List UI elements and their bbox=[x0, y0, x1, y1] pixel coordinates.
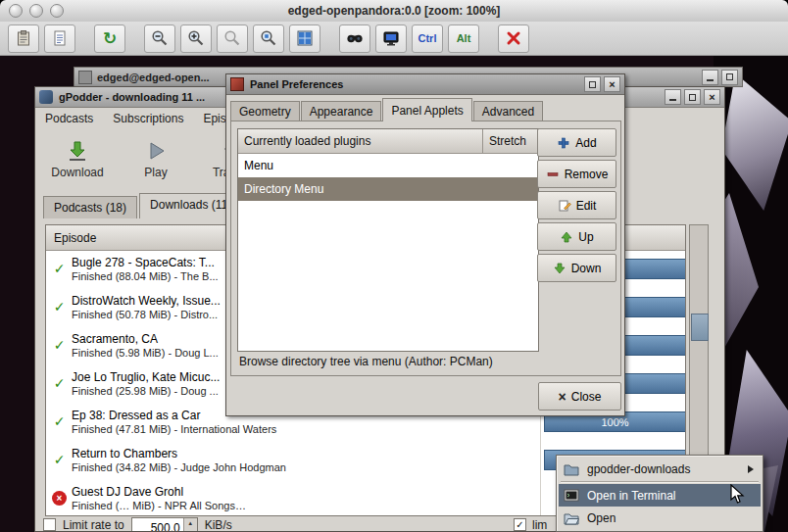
rate-spinbox[interactable]: 500.0 ▲ ▼ bbox=[131, 517, 198, 532]
episode-status: Finished (88.04 MiB) - The B... bbox=[72, 270, 219, 282]
close-label: Close bbox=[571, 390, 602, 404]
dialog-shade-button[interactable] bbox=[584, 76, 601, 92]
download-icon bbox=[66, 139, 89, 163]
add-button[interactable]: Add bbox=[537, 128, 616, 157]
play-label: Play bbox=[144, 166, 167, 179]
zoom-window-button[interactable] bbox=[50, 4, 64, 18]
rate-value[interactable]: 500.0 bbox=[132, 518, 183, 532]
episode-title: Sacramento, CA bbox=[72, 332, 158, 346]
plugin-row-directory-menu[interactable]: Directory Menu bbox=[238, 177, 538, 201]
terminal-minimize-button[interactable] bbox=[702, 70, 718, 85]
stretch-column-header[interactable]: Stretch bbox=[483, 129, 538, 154]
paste-button[interactable] bbox=[8, 24, 39, 53]
episode-title: Return to Chambers bbox=[72, 447, 177, 460]
tab-geometry[interactable]: Geometry bbox=[230, 101, 300, 121]
arrow-up-icon bbox=[560, 230, 573, 244]
menu-item-label: Open bbox=[587, 511, 616, 525]
episode-title: Ep 38: Dressed as a Car bbox=[72, 409, 200, 422]
progress-label: 100% bbox=[601, 416, 628, 428]
menu-item-open[interactable]: Open bbox=[559, 507, 761, 529]
close-icon: × bbox=[709, 92, 714, 103]
down-button[interactable]: Down bbox=[537, 254, 616, 282]
zoom-fit-button[interactable] bbox=[253, 24, 284, 53]
play-button[interactable]: Play bbox=[123, 133, 188, 184]
minus-icon bbox=[546, 168, 560, 181]
menu-item-gpodder-downloads[interactable]: gpodder-downloads bbox=[559, 458, 761, 480]
ctrl-key-button[interactable]: Ctrl bbox=[412, 24, 443, 53]
remove-button[interactable]: Remove bbox=[537, 160, 616, 188]
dialog-close-button[interactable]: × bbox=[604, 76, 620, 92]
arrow-down-icon bbox=[553, 262, 566, 275]
zoom-100-button[interactable] bbox=[217, 24, 248, 53]
menu-subscriptions[interactable]: Subscriptions bbox=[113, 112, 183, 125]
rate-unit-label: KiB/s bbox=[205, 518, 232, 532]
submenu-arrow-icon bbox=[748, 465, 754, 473]
terminal-icon bbox=[564, 488, 579, 504]
up-button[interactable]: Up bbox=[537, 222, 616, 251]
refresh-icon: ↻ bbox=[103, 30, 117, 47]
plugin-row-menu[interactable]: Menu bbox=[238, 154, 538, 177]
info-button[interactable] bbox=[44, 24, 75, 53]
plugins-column-header[interactable]: Currently loaded plugins bbox=[238, 129, 483, 154]
terminal-maximize-button[interactable] bbox=[721, 70, 738, 85]
fullscreen-button[interactable] bbox=[289, 24, 320, 53]
display-button[interactable] bbox=[375, 24, 407, 53]
episode-column-header[interactable]: Episode bbox=[54, 231, 96, 245]
gpodder-close-button[interactable]: × bbox=[704, 89, 720, 105]
red-x-icon bbox=[505, 29, 522, 47]
plus-icon bbox=[557, 136, 570, 150]
tab-advanced[interactable]: Advanced bbox=[473, 101, 543, 121]
fullscreen-icon bbox=[296, 29, 314, 47]
check-icon: ✓ bbox=[52, 338, 67, 353]
spin-up-button[interactable]: ▲ bbox=[184, 518, 197, 529]
zoom-100-icon bbox=[223, 29, 241, 47]
vnc-toolbar: ↻ Ctrl Alt bbox=[0, 22, 788, 56]
mac-titlebar[interactable]: edged-openpandora:0.0 [zoom: 100%] bbox=[0, 0, 788, 23]
download-button[interactable]: Download bbox=[45, 133, 110, 184]
menu-podcasts[interactable]: Podcasts bbox=[45, 112, 93, 125]
zoom-in-button[interactable] bbox=[180, 24, 212, 53]
tab-panel-applets[interactable]: Panel Applets bbox=[382, 98, 471, 121]
play-icon bbox=[144, 139, 168, 163]
scrollbar-thumb[interactable] bbox=[691, 314, 709, 341]
plugin-description: Browse directory tree via menu (Author: … bbox=[239, 355, 493, 368]
close-dialog-button[interactable]: × Close bbox=[538, 382, 621, 411]
episode-title: Bugle 278 - SpaceCats: T... bbox=[72, 256, 215, 269]
zoom-out-button[interactable] bbox=[144, 24, 175, 53]
episode-title: Guest DJ Dave Grohl bbox=[72, 485, 183, 499]
limit-rate-controls: Limit rate to 500.0 ▲ ▼ KiB/s bbox=[43, 515, 232, 532]
folder-icon bbox=[564, 461, 579, 477]
check-icon: ✓ bbox=[52, 453, 67, 467]
gpodder-minimize-button[interactable] bbox=[665, 89, 681, 105]
monitor-icon bbox=[382, 29, 400, 47]
dialog-titlebar[interactable]: Panel Preferences × bbox=[226, 74, 624, 95]
remote-desktop[interactable]: edged@edged-open... gPodder - downloadin… bbox=[0, 56, 788, 532]
limit-downloads-label: lim bbox=[532, 518, 547, 532]
plugins-list: Currently loaded plugins Stretch Menu Di… bbox=[237, 128, 539, 352]
check-icon: ✓ bbox=[52, 376, 67, 391]
gpodder-maximize-button[interactable] bbox=[684, 89, 701, 105]
spin-steppers: ▲ ▼ bbox=[183, 518, 197, 532]
error-icon: × bbox=[52, 491, 67, 506]
limit-downloads-controls: ✓ lim bbox=[514, 515, 547, 532]
capture-button[interactable] bbox=[339, 24, 370, 53]
pencil-icon bbox=[558, 199, 571, 213]
refresh-button[interactable]: ↻ bbox=[94, 24, 125, 53]
disconnect-button[interactable] bbox=[498, 24, 529, 53]
close-window-button[interactable] bbox=[9, 4, 23, 18]
episode-status: Finished (34.82 MiB) - Judge John Hodgma… bbox=[72, 461, 286, 473]
tab-podcasts[interactable]: Podcasts (18) bbox=[43, 196, 137, 218]
tab-appearance[interactable]: Appearance bbox=[301, 101, 382, 121]
maximize-icon bbox=[689, 94, 696, 101]
alt-key-button[interactable]: Alt bbox=[448, 24, 479, 53]
limit-rate-checkbox[interactable] bbox=[43, 518, 56, 531]
minimize-window-button[interactable] bbox=[29, 4, 43, 18]
episode-status: Finished (25.98 MiB) - Doug ... bbox=[72, 385, 219, 397]
edit-button[interactable]: Edit bbox=[537, 191, 616, 219]
limit-downloads-checkbox[interactable]: ✓ bbox=[514, 518, 526, 531]
clipboard-icon bbox=[15, 29, 32, 47]
zoom-in-icon bbox=[187, 29, 205, 47]
edit-label: Edit bbox=[576, 199, 597, 213]
dialog-title: Panel Preferences bbox=[250, 78, 581, 90]
vnc-viewer-window: edged-openpandora:0.0 [zoom: 100%] ↻ bbox=[0, 0, 788, 532]
